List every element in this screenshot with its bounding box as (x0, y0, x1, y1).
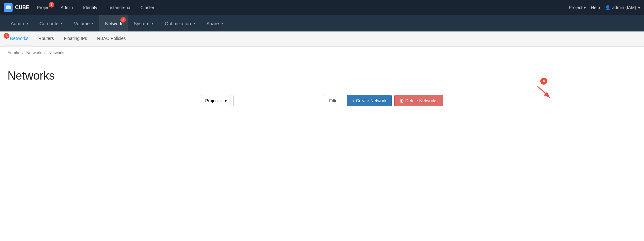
filter-button[interactable]: Filter (324, 95, 344, 106)
delete-networks-button[interactable]: 🗑 Delete Networks (394, 95, 443, 106)
second-nav-volume[interactable]: Volume ▾ (68, 15, 99, 31)
chevron-down-icon: ▾ (152, 22, 153, 25)
annotation-circle-4: 4 (540, 78, 547, 85)
top-nav-item-cluster[interactable]: Cluster (135, 0, 159, 15)
logo[interactable]: CUBE (4, 3, 29, 12)
filter-annotation-area: 4 Project = ▾ Filter + Cre (8, 95, 636, 106)
help-link[interactable]: Help (591, 5, 600, 10)
page-content: Networks 4 Project = ▾ (0, 59, 644, 185)
user-icon: 👤 (605, 5, 610, 10)
logo-text: CUBE (15, 5, 29, 10)
second-nav-system[interactable]: System ▾ (128, 15, 159, 31)
svg-line-3 (538, 86, 550, 98)
svg-rect-1 (7, 5, 10, 7)
tab-rbac-policies[interactable]: RBAC Policies (92, 31, 131, 46)
second-nav-share[interactable]: Share ▾ (201, 15, 229, 31)
tab-floating-ips[interactable]: Floating IPs (59, 31, 92, 46)
project-badge: 1 (49, 2, 54, 8)
badge2: 2 (120, 17, 126, 23)
create-network-button[interactable]: + Create Network (347, 95, 392, 106)
tab-networks[interactable]: 3 Networks (5, 31, 33, 46)
chevron-down-icon: ▾ (61, 22, 63, 25)
second-nav-network[interactable]: 2 Network (99, 15, 128, 31)
logo-icon (4, 3, 13, 12)
user-menu[interactable]: 👤 admin (IAM) ▾ (605, 5, 640, 10)
breadcrumb-sep: / (44, 50, 46, 55)
top-navbar: CUBE Project 1 Admin Identity Instance-h… (0, 0, 644, 15)
project-dropdown[interactable]: Project ▾ (569, 5, 586, 10)
tab-badge: 3 (4, 33, 9, 39)
filter-search-input[interactable] (233, 95, 321, 106)
top-nav-item-identity[interactable]: Identity (78, 0, 102, 15)
breadcrumb-networks: Networks (48, 50, 65, 55)
breadcrumb-network[interactable]: Network (26, 50, 41, 55)
breadcrumb: Admin / Network / Networks (0, 47, 644, 59)
breadcrumb-sep: / (22, 50, 23, 55)
project-filter-dropdown[interactable]: Project = ▾ (201, 95, 231, 106)
tabs-bar: 3 Networks Routers Floating IPs RBAC Pol… (0, 31, 644, 47)
top-nav-item-instanceha[interactable]: Instance-ha (102, 0, 135, 15)
second-navbar: Admin ▾ Compute ▾ Volume ▾ 2 Network Sys… (0, 15, 644, 31)
top-nav-left: CUBE Project 1 Admin Identity Instance-h… (4, 0, 159, 15)
chevron-down-icon: ▾ (92, 22, 94, 25)
annotation-arrow (534, 85, 553, 100)
top-nav-item-admin[interactable]: Admin (56, 0, 78, 15)
chevron-down-icon: ▾ (27, 22, 28, 25)
annotation-4-area: 4 (534, 78, 553, 100)
chevron-down-icon: ▾ (584, 5, 586, 10)
dropdown-icon: ▾ (225, 98, 227, 103)
chevron-down-icon: ▾ (221, 22, 223, 25)
top-nav-item-project[interactable]: Project 1 (32, 0, 56, 15)
second-nav-optimization[interactable]: Optimization ▾ (159, 15, 200, 31)
tab-routers[interactable]: Routers (33, 31, 59, 46)
second-nav-compute[interactable]: Compute ▾ (34, 15, 68, 31)
chevron-down-icon: ▾ (194, 22, 195, 25)
chevron-down-icon: ▾ (638, 5, 640, 10)
breadcrumb-admin[interactable]: Admin (8, 50, 19, 55)
second-nav-admin[interactable]: Admin ▾ (5, 15, 34, 31)
top-nav-right: Project ▾ Help 👤 admin (IAM) ▾ (569, 5, 640, 10)
